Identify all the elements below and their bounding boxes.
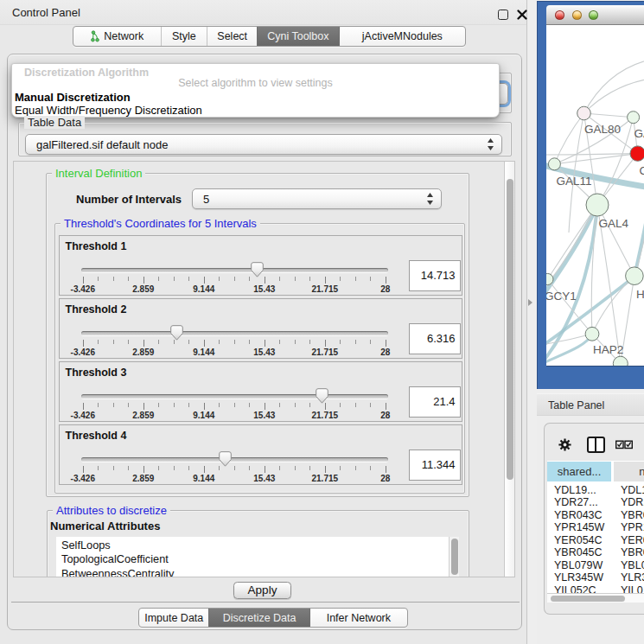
table-row[interactable]: YDR27...YDR2 xyxy=(547,496,644,509)
slider-track[interactable] xyxy=(81,394,388,399)
settings-vertical-scrollbar[interactable] xyxy=(504,162,514,577)
cell-name[interactable]: YDR2 xyxy=(621,496,644,509)
slider-minor-tick xyxy=(234,466,235,470)
tab-cyni-toolbox[interactable]: Cyni Toolbox xyxy=(257,27,339,46)
algorithm-placeholder-item[interactable]: Select algorithm to view settings xyxy=(12,77,499,89)
slider-minor-tick xyxy=(309,340,310,344)
apply-button[interactable]: Apply xyxy=(233,582,291,599)
cell-name[interactable]: YLR3 xyxy=(621,571,644,584)
table-row[interactable]: YIL052CYIL0 xyxy=(547,584,644,594)
cell-name[interactable]: YBR0 xyxy=(621,546,644,559)
close-icon[interactable] xyxy=(516,9,528,21)
column-header-name[interactable]: name xyxy=(614,462,644,481)
slider-minor-tick xyxy=(279,277,280,281)
network-node-gal11[interactable] xyxy=(548,158,560,170)
column-panes-icon[interactable] xyxy=(587,437,605,453)
attribute-item-selfloops[interactable]: SelfLoops xyxy=(56,539,459,552)
network-edge[interactable] xyxy=(584,113,634,118)
network-edge[interactable] xyxy=(547,205,597,279)
cell-shared-name[interactable]: YDL19... xyxy=(554,484,596,497)
slider-tick-label: 9.144 xyxy=(193,474,214,483)
threshold-coordinates-group: Threshold's Coordinates for 5 Intervals … xyxy=(54,223,465,494)
table-data-combobox[interactable]: galFiltered.sif default node xyxy=(25,134,502,155)
threshold-value-field[interactable]: 14.713 xyxy=(409,260,461,291)
cell-shared-name[interactable]: YDR27... xyxy=(554,496,598,509)
network-node-c[interactable] xyxy=(630,146,644,161)
network-node-h[interactable] xyxy=(626,267,644,285)
tab-select[interactable]: Select xyxy=(207,27,257,46)
bottom-tab-infer-network[interactable]: Infer Network xyxy=(309,609,407,627)
attributes-list-scrollbar[interactable] xyxy=(449,537,459,577)
minimize-traffic-light-icon[interactable] xyxy=(572,10,582,20)
cell-name[interactable]: YBR0 xyxy=(621,509,644,522)
slider-major-tick xyxy=(265,403,265,410)
cell-name[interactable]: YER0 xyxy=(621,534,644,547)
float-window-icon[interactable] xyxy=(498,10,508,20)
attribute-item-betweennesscentrality[interactable]: BetweennessCentrality xyxy=(56,567,459,577)
table-row[interactable]: YBR045CYBR0 xyxy=(547,546,644,559)
network-edge[interactable] xyxy=(584,79,644,113)
close-traffic-light-icon[interactable] xyxy=(555,10,564,20)
table-row[interactable]: YDL19...YDL1 xyxy=(547,484,644,497)
table-scrollbar-thumb[interactable] xyxy=(551,596,625,602)
network-edge-highlighted[interactable] xyxy=(635,209,644,274)
tab-network[interactable]: Network xyxy=(73,27,161,46)
tab-style[interactable]: Style xyxy=(161,27,207,46)
network-node-gal80[interactable] xyxy=(577,106,591,120)
attributes-scrollbar-thumb[interactable] xyxy=(451,539,458,575)
slider-thumb[interactable] xyxy=(251,262,264,277)
cell-shared-name[interactable]: YBR043C xyxy=(554,509,603,522)
table-row[interactable]: YER054CYER0 xyxy=(547,534,644,547)
algorithm-option-equal-width-frequency-discretization[interactable]: Equal Width/Frequency Discretization xyxy=(15,104,496,117)
control-panel-titlebar: Control Panel xyxy=(0,0,526,25)
cell-name[interactable]: YIL0 xyxy=(621,584,643,594)
network-node-gal4[interactable] xyxy=(586,194,609,216)
slider-track[interactable] xyxy=(81,331,388,335)
table-row[interactable]: YBL079WYBL0 xyxy=(547,559,644,572)
threshold-value-field[interactable]: 11.344 xyxy=(409,450,461,481)
gear-icon[interactable] xyxy=(558,438,571,451)
cell-name[interactable]: YBL0 xyxy=(621,559,644,572)
panel-splitter-arrow[interactable] xyxy=(528,299,532,306)
cell-shared-name[interactable]: YBR045C xyxy=(554,546,603,559)
bottom-tab-discretize-data[interactable]: Discretize Data xyxy=(208,609,309,627)
cell-shared-name[interactable]: YLR345W xyxy=(554,571,603,584)
table-row[interactable]: YLR345WYLR3 xyxy=(547,571,644,584)
network-node-hap2[interactable] xyxy=(585,327,599,341)
threshold-value-field[interactable]: 21.4 xyxy=(409,386,461,418)
cell-shared-name[interactable]: YER054C xyxy=(554,534,603,547)
zoom-traffic-light-icon[interactable] xyxy=(589,10,598,20)
column-header-shared-name[interactable]: shared... xyxy=(547,462,611,481)
select-columns-icon[interactable] xyxy=(615,440,633,450)
attribute-item-topologicalcoefficient[interactable]: TopologicalCoefficient xyxy=(56,552,459,566)
threshold-label: Threshold 3 xyxy=(66,367,127,379)
cell-name[interactable]: YDL1 xyxy=(621,484,644,497)
numerical-attributes-list[interactable]: SelfLoopsTopologicalCoefficientBetweenne… xyxy=(56,537,459,577)
algorithm-option-manual-discretization[interactable]: Manual Discretization xyxy=(15,91,496,104)
network-node-ga[interactable] xyxy=(628,112,640,124)
slider-track[interactable] xyxy=(81,268,388,272)
slider-thumb[interactable] xyxy=(170,325,183,341)
tab-jactivemnodules[interactable]: jActiveMNodules xyxy=(339,27,465,46)
table-horizontal-scrollbar[interactable] xyxy=(547,593,644,603)
threshold-value-field[interactable]: 6.316 xyxy=(409,323,461,354)
slider-thumb[interactable] xyxy=(219,451,232,467)
cell-shared-name[interactable]: YIL052C xyxy=(554,584,596,594)
slider-thumb[interactable] xyxy=(316,388,328,404)
settings-scrollbar-thumb[interactable] xyxy=(507,179,513,480)
slider-track[interactable] xyxy=(81,457,388,462)
cell-name[interactable]: YPR1 xyxy=(621,521,644,534)
numerical-attributes-heading: Numerical Attributes xyxy=(50,520,160,532)
cell-shared-name[interactable]: YPR145W xyxy=(554,521,604,534)
table-row[interactable]: YBR043CYBR0 xyxy=(547,509,644,522)
network-canvas[interactable]: GAL80GACGAL11GAL4GCY1HHAP2 xyxy=(546,25,644,366)
bottom-tab-impute-data[interactable]: Impute Data xyxy=(139,609,208,627)
network-icon xyxy=(90,30,100,42)
slider-major-tick xyxy=(143,277,144,284)
cell-shared-name[interactable]: YBL079W xyxy=(554,559,603,572)
network-edge[interactable] xyxy=(546,154,638,155)
tab-label: jActiveMNodules xyxy=(362,30,443,42)
number-of-intervals-combobox[interactable]: 5 xyxy=(192,188,442,209)
table-row[interactable]: YPR145WYPR1 xyxy=(547,521,644,534)
slider-minor-tick xyxy=(295,466,296,470)
